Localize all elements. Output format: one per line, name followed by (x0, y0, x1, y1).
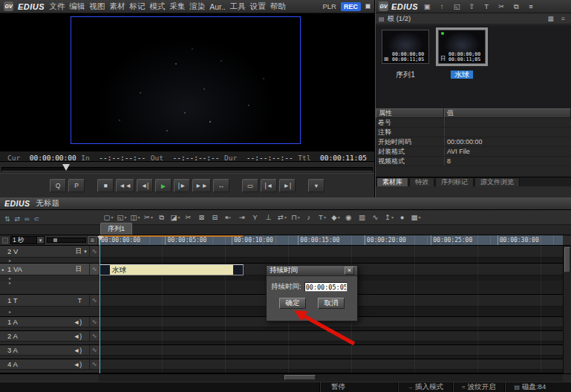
bin-tab[interactable]: 素材库 (376, 177, 408, 186)
ripple-delete-icon[interactable]: ⊟ (209, 212, 221, 223)
track-header[interactable]: 4 A ◄) ∿ ▸ ▸ (0, 359, 99, 373)
new-sequence-icon[interactable]: ▢▾ (102, 212, 114, 223)
cut-icon[interactable]: ✂ (495, 1, 507, 12)
folder-tree-icon[interactable]: ▤ (379, 16, 385, 22)
track-expander-row[interactable]: ▸ (0, 356, 99, 359)
zoom-fit-button[interactable]: ⊞ (88, 236, 97, 244)
player-playhead[interactable] (62, 164, 70, 171)
bin-menu-icon[interactable]: ≡ (558, 15, 568, 22)
track-waveform-icon[interactable]: ∿ (89, 359, 99, 369)
track-type-icon[interactable]: T (78, 297, 82, 304)
button-q[interactable]: Q (50, 179, 66, 192)
prev-edit-button[interactable]: |◄ (261, 179, 277, 192)
record-icon[interactable]: ● (397, 212, 408, 223)
track-expander-icon[interactable]: ▸ (9, 276, 11, 281)
track-header-main[interactable]: 1 T T ∿ (0, 295, 99, 307)
save-icon[interactable]: ◫▾ (129, 212, 141, 223)
dropdown-arrow-icon[interactable]: ▾ (418, 215, 420, 220)
track-expander-row[interactable]: ▸ (0, 370, 99, 373)
track-sub-expander-icon[interactable]: ▸ (9, 281, 11, 285)
audio-fade-icon[interactable]: ♪ (303, 212, 315, 223)
track-header-main[interactable]: 1 A ◄) ∿ (0, 317, 99, 327)
menu-item[interactable]: 渲染 (189, 1, 205, 12)
track-label[interactable]: 1 A (7, 318, 33, 326)
step-back-button[interactable]: ◄| (137, 179, 153, 192)
bin-tab[interactable]: 序列标记 (435, 177, 474, 186)
loop-button[interactable]: ↔ (213, 179, 229, 192)
menu-item[interactable]: 文件 (49, 1, 65, 12)
play-button[interactable]: ► (155, 179, 172, 192)
track-header-main[interactable]: 4 A ◄) ∿ (0, 359, 99, 370)
timeline-clip[interactable]: 水球 (99, 264, 244, 275)
track-header[interactable]: 2 V 日 ▼ ∿ ▸ ▸ (0, 246, 99, 264)
clip-name[interactable]: 序列1 (392, 71, 419, 79)
vertical-scrollbar[interactable] (563, 246, 571, 373)
track-waveform-icon[interactable]: ∿ (89, 317, 99, 327)
track-expander-row[interactable]: ▸ (0, 275, 99, 281)
next-edit-button[interactable]: ►| (279, 179, 296, 192)
track-waveform-icon[interactable]: ∿ (89, 246, 99, 257)
zoom-dropdown-arrow-icon[interactable]: ▼ (37, 236, 45, 244)
track-waveform-icon[interactable]: ∿ (89, 331, 99, 341)
rewind-button[interactable]: ◄◄ (116, 179, 134, 192)
zoom-dropdown[interactable]: 1 秒 ▼ (10, 236, 45, 244)
dropdown-arrow-icon[interactable]: ▾ (151, 215, 153, 220)
dropdown-arrow-icon[interactable]: ▾ (137, 215, 140, 220)
up-folder-icon[interactable]: ↑ (436, 1, 448, 12)
audio-patch-icon[interactable]: ⇄ (15, 215, 21, 223)
ripple-cut-icon[interactable]: ✂ (183, 212, 195, 223)
track-label[interactable]: 1 VA (7, 265, 33, 273)
clip-label[interactable]: 水球 (110, 265, 233, 275)
normalize-icon[interactable]: ∿ (370, 212, 382, 223)
zoom-slider-thumb[interactable] (53, 238, 57, 242)
track-header[interactable]: 1 T T ∿ ▸ ▸ (0, 295, 99, 317)
track-label[interactable]: 3 A (7, 346, 33, 354)
track-lane[interactable] (99, 345, 563, 359)
match-frame-icon[interactable]: ◉ (343, 212, 355, 223)
track-type-icon[interactable]: ◄) (74, 347, 82, 354)
stop-button[interactable]: ■ (97, 179, 114, 192)
player-scrubber[interactable] (0, 161, 374, 173)
step-forward-button[interactable]: |► (174, 179, 190, 192)
scrubber-track[interactable] (1, 167, 373, 172)
fast-forward-button[interactable]: ►► (192, 179, 211, 192)
set-in-icon[interactable]: ⇤ (223, 212, 235, 223)
track-lane[interactable] (99, 331, 563, 345)
channel-map-icon[interactable]: ⊂ (34, 215, 40, 223)
track-lane[interactable] (99, 359, 563, 373)
title-icon[interactable]: T▾ (316, 212, 328, 223)
track-expander-row[interactable]: ▸ (0, 258, 99, 263)
track-waveform-icon[interactable]: ∿ (89, 264, 99, 275)
track-header[interactable]: 2 A ◄) ∿ ▸ ▸ (0, 331, 99, 345)
sync-lock-icon[interactable]: ∞ (25, 215, 29, 223)
display-mode-button[interactable]: ▭ (242, 179, 258, 192)
edit-mode-icon[interactable]: ⇄▾ (276, 212, 288, 223)
window-restore-icon[interactable] (365, 4, 371, 9)
export-icon[interactable]: ↥▾ (383, 212, 395, 223)
folder-breadcrumb[interactable]: 根 (1/2) (388, 14, 411, 24)
dropdown-arrow-icon[interactable]: ▾ (124, 215, 126, 220)
menu-item[interactable]: Aur.. (209, 2, 226, 11)
zoom-slider[interactable] (47, 238, 86, 243)
bin-clip[interactable]: 日 00:00:00;00 00:00:11;05 水球 (438, 30, 486, 108)
sequence-tab[interactable]: 序列1 (100, 223, 132, 235)
track-label[interactable]: 2 V (7, 247, 33, 255)
track-type-icon[interactable]: 日 (76, 265, 82, 274)
menu-item[interactable]: 采集 (169, 1, 185, 12)
title-text-icon[interactable]: T (480, 1, 492, 12)
track-expander-icon[interactable]: ▸ (9, 258, 11, 263)
timeline-playhead-marker[interactable] (97, 236, 103, 241)
transition-icon[interactable]: ⊓▾ (290, 212, 301, 223)
track-type-icon[interactable]: ◄) (74, 361, 82, 368)
track-header-main[interactable]: 2 V 日 ▼ ∿ (0, 246, 99, 258)
marker-icon[interactable]: ◆▾ (330, 212, 342, 223)
timeline-ruler[interactable]: 00:00:00:00 00:00:05:00 00:00:10:00 00:0… (99, 235, 563, 246)
properties-key-header[interactable]: 属性 (376, 108, 444, 118)
track-lane[interactable] (99, 246, 563, 264)
capture-icon[interactable]: ◱ (451, 1, 463, 12)
properties-value-header[interactable]: 值 (444, 108, 571, 118)
lane-main[interactable] (99, 345, 563, 356)
dropdown-arrow-icon[interactable]: ▾ (324, 215, 326, 220)
track-header[interactable]: 1 A ◄) ∿ ▸ ▸ (0, 317, 99, 331)
new-folder-icon[interactable]: ▣ (421, 1, 433, 12)
